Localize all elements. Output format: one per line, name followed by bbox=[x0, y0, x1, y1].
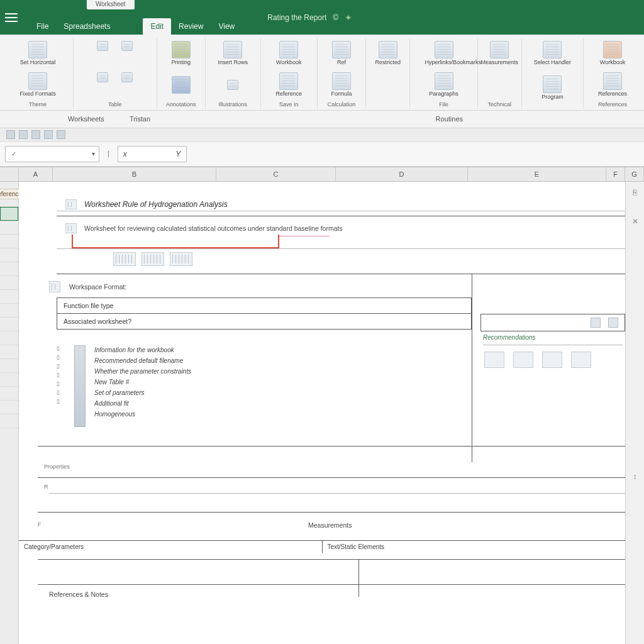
menu-icon[interactable] bbox=[5, 13, 18, 22]
qa-icon[interactable] bbox=[19, 130, 28, 139]
ribbon-btn-t1[interactable] bbox=[91, 40, 114, 52]
row-header[interactable]: References bbox=[0, 182, 18, 207]
layout-thumb[interactable] bbox=[142, 252, 164, 266]
ribbon-btn-workbook[interactable]: Workbook bbox=[275, 40, 303, 67]
ribbon-btn-hyperlinks[interactable]: Hyperlinks/Bookmarks bbox=[424, 40, 464, 67]
select-all-corner[interactable] bbox=[0, 167, 19, 181]
ribbon-btn-t2[interactable] bbox=[116, 40, 138, 52]
row-header[interactable] bbox=[0, 290, 18, 304]
list-item[interactable]: Additional fit bbox=[92, 399, 191, 408]
row-header[interactable] bbox=[0, 359, 18, 373]
row-header[interactable] bbox=[0, 262, 18, 276]
tab-edit[interactable]: Edit bbox=[143, 18, 171, 35]
footer-left[interactable]: Category/Parameters bbox=[19, 540, 323, 553]
ribbon-btn-refs[interactable]: References bbox=[597, 71, 628, 99]
row-header[interactable] bbox=[0, 276, 18, 290]
side-panel-toolbar bbox=[480, 314, 625, 331]
scroll-icon[interactable]: ✕ bbox=[630, 217, 640, 227]
worksheet-canvas[interactable]: Worksheet Rule of Hydrogenation Analysis… bbox=[19, 182, 625, 644]
col-header-c[interactable]: C bbox=[216, 167, 336, 181]
vertical-scrollbar[interactable]: ⎘ ✕ ↕ bbox=[625, 182, 644, 644]
qa-icon[interactable] bbox=[6, 130, 15, 139]
ribbon-btn-measure[interactable]: Measurements bbox=[484, 40, 515, 67]
ribbon-btn-restricted[interactable]: Restricted bbox=[374, 40, 402, 67]
col-header-e[interactable]: E bbox=[468, 167, 606, 181]
qa-icon[interactable] bbox=[31, 130, 40, 139]
ribbon-btn-program[interactable]: Program bbox=[540, 74, 565, 102]
tab-spreadsheets[interactable]: Spreadsheets bbox=[56, 18, 118, 35]
qa-icon[interactable] bbox=[57, 130, 65, 139]
ribbon-btn-t3[interactable] bbox=[91, 71, 114, 84]
option-thumb[interactable] bbox=[571, 352, 591, 368]
coord-box[interactable]: x Y bbox=[118, 146, 187, 162]
col-header-f[interactable]: F bbox=[606, 167, 625, 181]
layout-thumb[interactable] bbox=[170, 252, 192, 266]
form-row-2[interactable]: Associated worksheet? bbox=[57, 314, 472, 330]
row-header[interactable] bbox=[0, 345, 18, 359]
sub-bar: Worksheets Tristan Routines bbox=[0, 111, 644, 128]
row-header[interactable] bbox=[0, 414, 18, 428]
ribbon-btn-formats[interactable]: Fixed Formats bbox=[18, 71, 57, 99]
list-item[interactable]: Information for the workbook bbox=[92, 345, 191, 355]
qa-icon[interactable] bbox=[44, 130, 53, 139]
row-header[interactable] bbox=[0, 235, 18, 248]
row-header[interactable] bbox=[0, 221, 18, 235]
ribbon-btn-paragraphs[interactable]: Paragraphs bbox=[428, 71, 460, 99]
ribbon-btn-handler[interactable]: Select Handler bbox=[533, 40, 572, 67]
ribbon-btn-ref[interactable]: Ref bbox=[330, 40, 353, 67]
row-header[interactable] bbox=[0, 248, 18, 262]
ribbon-btn-wb2[interactable]: Workbook bbox=[599, 40, 626, 67]
subbar-tristan[interactable]: Tristan bbox=[130, 115, 150, 123]
ribbon-btn-t4[interactable] bbox=[116, 71, 138, 84]
option-thumb[interactable] bbox=[542, 352, 562, 368]
ribbon-btn-reference[interactable]: Reference bbox=[274, 71, 303, 99]
row-header[interactable] bbox=[0, 318, 18, 331]
option-thumb[interactable] bbox=[484, 352, 504, 368]
subbar-routines[interactable]: Routines bbox=[436, 115, 463, 123]
col-header-g[interactable]: G bbox=[625, 167, 644, 181]
row-header[interactable] bbox=[0, 331, 18, 345]
scroll-icon[interactable]: ↕ bbox=[630, 472, 640, 482]
row-border bbox=[38, 512, 625, 513]
col-header-b[interactable]: B bbox=[53, 167, 216, 181]
row-header[interactable] bbox=[0, 387, 18, 401]
row-border bbox=[57, 248, 625, 249]
row-header-selected[interactable] bbox=[0, 207, 18, 221]
tab-worksheet-top[interactable]: Worksheet bbox=[87, 0, 135, 9]
group-label: Save In bbox=[267, 101, 311, 108]
col-header-a[interactable]: A bbox=[19, 167, 53, 181]
copy-icon[interactable] bbox=[591, 318, 601, 328]
comment-icon bbox=[172, 76, 191, 94]
ribbon-btn-formula[interactable]: Formula bbox=[330, 71, 353, 99]
name-box[interactable]: ✓ ▾ bbox=[5, 146, 99, 162]
highlighted-input[interactable] bbox=[72, 235, 279, 248]
list-item[interactable]: Recommended default filename bbox=[92, 356, 191, 365]
form-row-1[interactable]: Function file type bbox=[57, 297, 472, 314]
list-item[interactable]: New Table # bbox=[92, 377, 191, 387]
list-item[interactable]: Whether the parameter constraints bbox=[92, 367, 191, 376]
layout-thumb[interactable] bbox=[113, 252, 136, 266]
ribbon-btn-comment[interactable] bbox=[170, 75, 192, 95]
tab-view[interactable]: View bbox=[211, 18, 242, 35]
check-icon[interactable]: ✓ bbox=[9, 150, 18, 157]
ribbon-btn-i2[interactable] bbox=[221, 79, 244, 91]
pink-guide bbox=[279, 236, 330, 236]
ribbon-btn-horizontal[interactable]: Set Horizontal bbox=[19, 40, 57, 67]
row-header[interactable] bbox=[0, 373, 18, 387]
list-item[interactable]: Homogeneous bbox=[92, 409, 191, 419]
chevron-down-icon[interactable]: ▾ bbox=[92, 150, 95, 157]
tab-review[interactable]: Review bbox=[171, 18, 211, 35]
col-header-d[interactable]: D bbox=[336, 167, 468, 181]
para-icon bbox=[435, 72, 453, 90]
move-icon[interactable] bbox=[608, 318, 618, 328]
subbar-worksheets[interactable]: Worksheets bbox=[68, 115, 104, 123]
ribbon-btn-printing[interactable]: Printing bbox=[170, 40, 192, 67]
scroll-icon[interactable]: ⎘ bbox=[630, 188, 640, 198]
row-header[interactable] bbox=[0, 304, 18, 318]
list-item[interactable]: Set of parameters bbox=[92, 388, 191, 397]
tab-file[interactable]: File bbox=[29, 18, 56, 35]
ribbon-btn-insertrows[interactable]: Insert Rows bbox=[217, 40, 250, 67]
option-thumb[interactable] bbox=[513, 352, 533, 368]
row-header[interactable] bbox=[0, 401, 18, 414]
footer-right[interactable]: Text/Static Elements bbox=[323, 540, 626, 553]
